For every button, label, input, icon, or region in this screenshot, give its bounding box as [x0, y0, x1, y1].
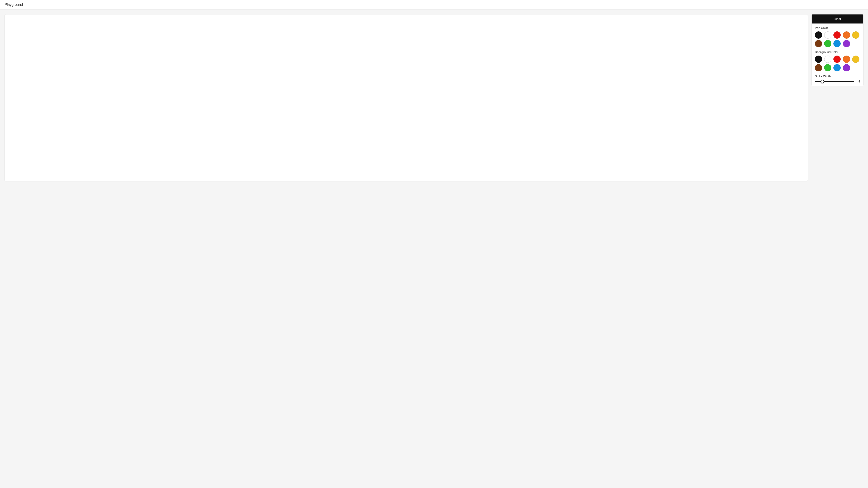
pen-color-grid — [815, 31, 860, 47]
bg-color-swatch-orange[interactable] — [843, 56, 850, 63]
controls-body: Pen Color Background Color Stoke Width 4 — [812, 24, 863, 86]
pen-color-swatch-black[interactable] — [815, 31, 822, 39]
bg-color-swatch-red[interactable] — [833, 56, 841, 63]
header: Playground — [0, 0, 868, 10]
bg-color-swatch-blue[interactable] — [833, 64, 841, 71]
pen-color-swatch-red[interactable] — [833, 31, 841, 39]
pen-color-swatch-brown[interactable] — [815, 40, 822, 47]
bg-color-label: Background Color — [815, 51, 860, 54]
pen-color-swatch-white[interactable] — [824, 31, 831, 39]
controls-panel: Clear Pen Color Background Color Stoke W… — [811, 14, 864, 86]
bg-color-swatch-purple[interactable] — [843, 64, 850, 71]
stroke-section: Stoke Width 4 — [815, 74, 860, 83]
clear-button[interactable]: Clear — [812, 14, 863, 24]
bg-color-swatch-black[interactable] — [815, 56, 822, 63]
bg-color-swatch-white[interactable] — [824, 56, 831, 63]
pen-color-swatch-blue[interactable] — [833, 40, 841, 47]
pen-color-swatch-orange[interactable] — [843, 31, 850, 39]
pen-color-swatch-purple[interactable] — [843, 40, 850, 47]
pen-color-swatch-green[interactable] — [824, 40, 831, 47]
pen-color-label: Pen Color — [815, 26, 860, 30]
pen-color-swatch-yellow[interactable] — [852, 31, 860, 39]
main-content: Clear Pen Color Background Color Stoke W… — [0, 10, 868, 186]
drawing-canvas[interactable] — [4, 14, 808, 182]
stroke-width-slider[interactable] — [815, 81, 854, 82]
page-title: Playground — [4, 3, 23, 6]
bg-color-grid — [815, 56, 860, 71]
stroke-row: 4 — [815, 80, 860, 83]
stroke-value: 4 — [857, 80, 860, 83]
stroke-width-label: Stoke Width — [815, 74, 860, 78]
bg-color-swatch-green[interactable] — [824, 64, 831, 71]
bg-color-swatch-yellow[interactable] — [852, 56, 860, 63]
bg-color-swatch-brown[interactable] — [815, 64, 822, 71]
